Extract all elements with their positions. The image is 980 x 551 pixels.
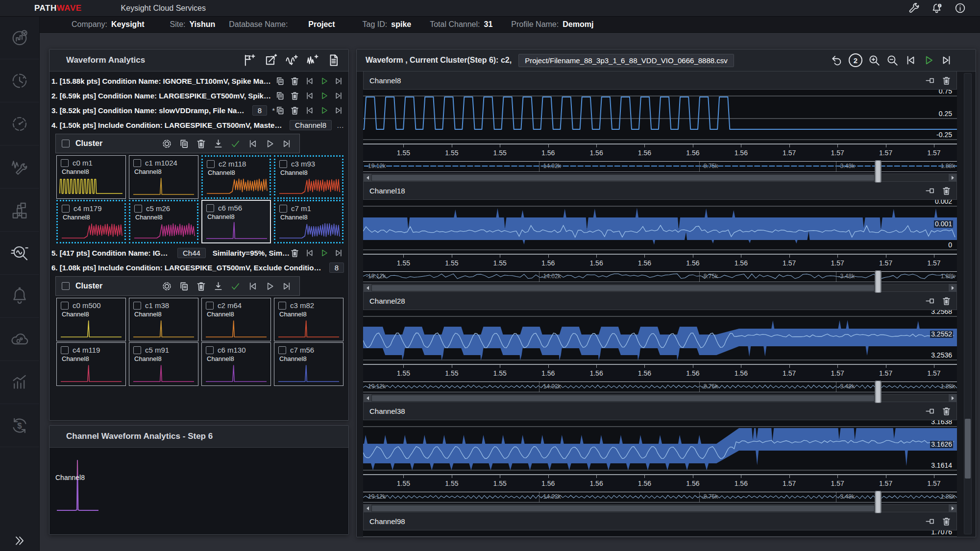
cluster-tile-c3-m82[interactable]: c3 m82Channel8 bbox=[274, 298, 343, 341]
sidebar-item-notifications[interactable] bbox=[0, 275, 39, 318]
step-back-icon[interactable] bbox=[304, 248, 315, 258]
play-icon[interactable] bbox=[319, 248, 329, 258]
pin-icon[interactable] bbox=[925, 406, 935, 416]
info-icon[interactable] bbox=[954, 2, 966, 14]
sidebar-item-gauge-settings[interactable] bbox=[0, 102, 39, 145]
scroll-left-arrow-icon[interactable] bbox=[364, 174, 371, 182]
play-icon[interactable] bbox=[319, 76, 329, 86]
tile-checkbox[interactable] bbox=[133, 302, 141, 310]
check-icon[interactable] bbox=[230, 281, 241, 292]
h-scrollbar-thumb[interactable] bbox=[372, 395, 874, 401]
step-back-icon[interactable] bbox=[304, 76, 315, 86]
play-icon[interactable] bbox=[264, 138, 275, 149]
undo-icon[interactable] bbox=[831, 54, 843, 67]
cluster-tile-c2-m118[interactable]: c2 m118Channel8 bbox=[201, 155, 271, 199]
copy-icon[interactable] bbox=[275, 91, 285, 101]
cluster-tile-c3-m93[interactable]: c3 m93Channel8 bbox=[274, 155, 343, 199]
check-icon[interactable] bbox=[230, 138, 241, 149]
pin-icon[interactable] bbox=[925, 75, 935, 86]
condition-row[interactable]: 2. [6.59k pts] Condition Name: LARGESPIK… bbox=[50, 88, 347, 103]
copy-icon[interactable] bbox=[275, 76, 285, 86]
condition-row[interactable]: 6. [1.08k pts] Include Condition: LARGES… bbox=[50, 260, 347, 275]
cluster-tile-c6-m56[interactable]: c6 m56Channel8 bbox=[201, 200, 271, 243]
tile-checkbox[interactable] bbox=[278, 346, 286, 354]
sidebar-item-billing[interactable]: $ bbox=[0, 404, 39, 447]
condition-row[interactable]: 3. [8.52k pts] Condition Name: slowVDDra… bbox=[50, 103, 347, 118]
sidebar-item-workflow[interactable] bbox=[0, 189, 39, 232]
condition-row[interactable]: 1. [15.88k pts] Condition Name: IGNORE_L… bbox=[50, 73, 347, 88]
tile-checkbox[interactable] bbox=[206, 302, 214, 310]
trash-icon[interactable] bbox=[941, 406, 952, 416]
bell-badge-icon[interactable]: ! bbox=[931, 2, 943, 14]
trash-icon[interactable] bbox=[941, 296, 952, 306]
app-selector[interactable]: Keysight Cloud Services bbox=[121, 4, 210, 13]
channel-minimap[interactable]: -19.12k-14.02k-8.75k-3.48k1.88k bbox=[363, 382, 957, 392]
tile-checkbox[interactable] bbox=[207, 160, 215, 168]
tile-checkbox[interactable] bbox=[279, 160, 287, 168]
h-scrollbar-thumb[interactable] bbox=[372, 505, 874, 511]
cluster-select-checkbox[interactable] bbox=[62, 140, 70, 147]
copy-icon[interactable] bbox=[178, 138, 190, 149]
scroll-right-arrow-icon[interactable] bbox=[949, 394, 956, 402]
scroll-right-arrow-icon[interactable] bbox=[949, 284, 956, 292]
channel-plot[interactable]: 0.750.25-0.25 bbox=[363, 90, 957, 144]
condition-row[interactable]: 5. [417 pts] Condition Name: IGNORE_Ch44… bbox=[50, 245, 347, 260]
trash-icon[interactable] bbox=[290, 76, 300, 86]
condition-value[interactable]: 8 bbox=[329, 263, 344, 273]
zoom-in-icon[interactable] bbox=[868, 54, 881, 67]
step-back-icon[interactable] bbox=[904, 54, 917, 67]
scroll-right-arrow-icon[interactable] bbox=[949, 174, 956, 182]
step-forward-icon[interactable] bbox=[334, 248, 344, 258]
trash-icon[interactable] bbox=[290, 105, 300, 116]
channel-plot[interactable]: 3.16383.16263.1614 bbox=[363, 420, 957, 474]
export-plus-icon[interactable] bbox=[264, 53, 277, 67]
sidebar-item-waveform-diagnostics[interactable] bbox=[0, 145, 39, 189]
scroll-left-arrow-icon[interactable] bbox=[364, 284, 371, 292]
cluster-tile-c1-m1024[interactable]: c1 m1024Channel8 bbox=[129, 155, 198, 199]
copy-icon[interactable] bbox=[178, 281, 190, 292]
condition-value[interactable]: 8 bbox=[252, 105, 267, 116]
play-icon[interactable] bbox=[319, 91, 329, 101]
cluster-tile-c2-m64[interactable]: c2 m64Channel8 bbox=[201, 298, 271, 341]
download-icon[interactable] bbox=[213, 281, 224, 292]
tile-checkbox[interactable] bbox=[206, 204, 214, 212]
step-back-icon[interactable] bbox=[304, 91, 315, 101]
minimap-slider-handle[interactable] bbox=[875, 160, 882, 183]
step-back-icon[interactable] bbox=[304, 105, 315, 116]
condition-value[interactable]: Ch44 bbox=[177, 248, 206, 258]
wavelet-plus-icon[interactable] bbox=[306, 53, 319, 67]
tile-checkbox[interactable] bbox=[133, 159, 141, 167]
step-forward-icon[interactable] bbox=[334, 76, 344, 86]
cluster-tile-c5-m26[interactable]: c5 m26Channel8 bbox=[129, 200, 198, 243]
cluster-tile-c0-m1[interactable]: c0 m1Channel8 bbox=[56, 155, 126, 199]
pin-icon[interactable] bbox=[925, 186, 935, 196]
tile-checkbox[interactable] bbox=[61, 346, 69, 354]
tile-checkbox[interactable] bbox=[62, 205, 70, 213]
condition-value[interactable]: Channel8 bbox=[290, 120, 332, 130]
trash-icon[interactable] bbox=[941, 75, 952, 86]
cluster-select-checkbox[interactable] bbox=[62, 282, 70, 290]
cluster-tile-c1-m38[interactable]: c1 m38Channel8 bbox=[129, 298, 198, 341]
vertical-scrollbar-thumb[interactable] bbox=[965, 419, 971, 479]
channel-minimap[interactable]: -19.12k-14.02k-8.75k-3.48k1.88k bbox=[363, 271, 957, 282]
sidebar-item-waveform-analytics[interactable] bbox=[0, 232, 39, 275]
step-forward-icon[interactable] bbox=[940, 54, 953, 67]
scroll-left-arrow-icon[interactable] bbox=[364, 504, 371, 512]
channel-plot[interactable]: 0.0020.0010 bbox=[363, 200, 957, 254]
cluster-tile-c4-m119[interactable]: c4 m119Channel8 bbox=[56, 342, 126, 386]
gear-icon[interactable] bbox=[161, 138, 172, 149]
zoom-out-icon[interactable] bbox=[886, 54, 899, 67]
download-icon[interactable] bbox=[213, 138, 224, 149]
channel-minimap[interactable]: -19.12k-14.02k-8.75k-3.48k1.88k bbox=[363, 492, 957, 503]
tile-checkbox[interactable] bbox=[206, 346, 214, 354]
flag-plus-icon[interactable] bbox=[243, 53, 256, 67]
tile-checkbox[interactable] bbox=[134, 205, 142, 213]
play-icon[interactable] bbox=[922, 54, 935, 67]
cluster-tile-c7-m56[interactable]: c7 m56Channel8 bbox=[274, 342, 343, 386]
trash-icon[interactable] bbox=[196, 281, 207, 292]
play-icon[interactable] bbox=[319, 105, 329, 116]
report-icon[interactable] bbox=[327, 53, 341, 67]
sidebar-item-waveform-status[interactable] bbox=[0, 16, 39, 59]
tile-checkbox[interactable] bbox=[61, 159, 69, 167]
minimap-slider-handle[interactable] bbox=[875, 270, 882, 293]
